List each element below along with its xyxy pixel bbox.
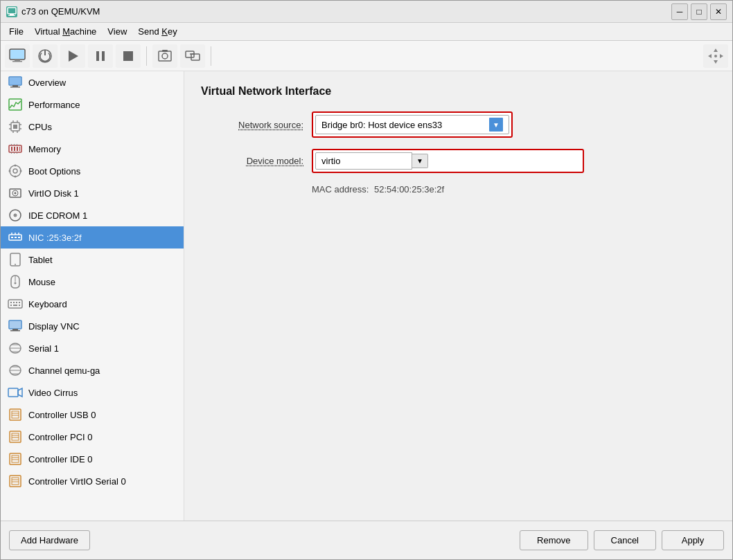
svg-rect-104: [12, 455, 19, 462]
menu-file[interactable]: File: [3, 25, 29, 38]
controller-usb-icon: [8, 407, 23, 422]
svg-rect-48: [14, 152, 15, 154]
controller-pci-icon: [8, 429, 23, 444]
svg-point-23: [714, 55, 717, 57]
network-source-dropdown-arrow[interactable]: ▼: [489, 118, 503, 132]
sidebar-item-keyboard[interactable]: Keyboard: [1, 293, 184, 315]
sidebar-item-boot-options-label: Boot Options: [28, 166, 80, 177]
svg-rect-82: [10, 321, 21, 328]
remove-button[interactable]: Remove: [520, 530, 588, 550]
add-hardware-button[interactable]: Add Hardware: [9, 530, 90, 550]
sidebar-item-overview[interactable]: Overview: [1, 71, 184, 93]
sidebar-item-video-cirrus[interactable]: Video Cirrus: [1, 381, 184, 404]
svg-rect-108: [12, 478, 19, 485]
device-model-dropdown-button[interactable]: ▼: [412, 154, 428, 168]
nic-icon: [8, 230, 23, 245]
virtio-disk-icon: [8, 186, 23, 201]
svg-rect-11: [102, 51, 105, 61]
svg-rect-83: [12, 329, 18, 330]
svg-rect-25: [10, 78, 21, 84]
sidebar-item-controller-usb[interactable]: Controller USB 0: [1, 404, 184, 426]
sidebar-item-mouse[interactable]: Mouse: [1, 271, 184, 293]
network-source-value: Bridge br0: Host device ens33: [321, 120, 489, 130]
svg-point-58: [15, 192, 17, 195]
svg-marker-94: [18, 388, 22, 397]
sidebar-item-controller-pci[interactable]: Controller PCI 0: [1, 426, 184, 448]
sidebar-item-ide-cdrom[interactable]: IDE CDROM 1: [1, 204, 184, 226]
minimize-button[interactable]: ─: [671, 3, 688, 20]
remove-label: Remove: [537, 535, 570, 545]
svg-point-14: [162, 53, 168, 59]
maximize-button[interactable]: □: [691, 3, 707, 20]
svg-rect-100: [12, 433, 19, 440]
svg-rect-47: [11, 152, 12, 154]
network-source-select[interactable]: Bridge br0: Host device ens33 ▼: [315, 115, 509, 134]
toolbar-move-button[interactable]: [703, 44, 728, 68]
serial-icon: [8, 341, 23, 356]
sidebar-item-display-vnc[interactable]: Display VNC: [1, 315, 184, 337]
sidebar-item-video-cirrus-label: Video Cirrus: [28, 388, 78, 398]
sidebar-item-cpus[interactable]: CPUs: [1, 116, 184, 138]
svg-rect-44: [11, 144, 12, 145]
sidebar-item-channel-qemu-ga[interactable]: Channel qemu-ga: [1, 359, 184, 381]
svg-rect-63: [11, 237, 13, 238]
content-title: Virtual Network Interface: [201, 85, 716, 98]
sidebar-item-controller-ide[interactable]: Controller IDE 0: [1, 448, 184, 470]
menu-virtual-machine[interactable]: Virtual Machine: [29, 25, 102, 38]
sidebar-item-serial-1[interactable]: Serial 1: [1, 337, 184, 359]
window-icon: [6, 6, 17, 17]
cancel-button[interactable]: Cancel: [594, 530, 656, 550]
svg-point-52: [15, 165, 17, 167]
sidebar-item-display-vnc-label: Display VNC: [28, 321, 80, 332]
memory-icon: [8, 141, 23, 156]
svg-rect-74: [10, 302, 12, 303]
apply-button[interactable]: Apply: [662, 530, 724, 550]
sidebar-item-boot-options[interactable]: Boot Options: [1, 160, 184, 182]
mac-address-label: MAC address:: [312, 184, 369, 195]
sidebar-item-performance[interactable]: Performance: [1, 93, 184, 116]
toolbar-power-button[interactable]: [33, 44, 58, 68]
toolbar-pause-button[interactable]: [88, 44, 113, 68]
sidebar-item-virtio-disk[interactable]: VirtIO Disk 1: [1, 182, 184, 204]
toolbar-snapshot-button[interactable]: [152, 44, 177, 68]
sidebar-item-ide-cdrom-label: IDE CDROM 1: [28, 210, 87, 221]
svg-rect-64: [15, 237, 17, 238]
svg-marker-19: [714, 48, 718, 52]
network-source-row: Network source: Bridge br0: Host device …: [201, 111, 716, 138]
svg-rect-93: [8, 388, 18, 397]
sidebar-item-memory[interactable]: Memory: [1, 138, 184, 160]
title-bar: c73 on QEMU/KVM ─ □ ✕: [1, 1, 732, 23]
toolbar-separator-1: [146, 46, 147, 66]
cancel-label: Cancel: [611, 535, 639, 545]
svg-rect-43: [19, 147, 20, 151]
sidebar-item-controller-virtio-serial[interactable]: Controller VirtIO Serial 0: [1, 470, 184, 492]
svg-rect-0: [8, 8, 16, 14]
ide-cdrom-icon: [8, 208, 23, 223]
mouse-icon: [8, 274, 23, 289]
content-area: Virtual Network Interface Network source…: [184, 71, 732, 521]
sidebar-item-controller-pci-label: Controller PCI 0: [28, 432, 92, 442]
device-model-label: Device model:: [201, 156, 312, 166]
toolbar-stop-button[interactable]: [116, 44, 141, 68]
svg-marker-20: [714, 60, 718, 64]
svg-marker-21: [708, 54, 712, 58]
sidebar-item-virtio-disk-label: VirtIO Disk 1: [28, 188, 79, 199]
menu-send-key[interactable]: Send Key: [132, 25, 182, 38]
svg-marker-9: [69, 51, 78, 62]
svg-rect-26: [12, 85, 18, 87]
overview-icon: [8, 75, 23, 90]
menu-view[interactable]: View: [102, 25, 132, 38]
svg-point-54: [9, 170, 11, 172]
close-button[interactable]: ✕: [710, 3, 727, 20]
svg-rect-96: [12, 411, 19, 418]
sidebar-item-nic[interactable]: NIC :25:3e:2f: [1, 226, 184, 249]
toolbar-play-button[interactable]: [60, 44, 85, 68]
svg-rect-75: [13, 302, 15, 303]
toolbar-migrate-button[interactable]: [180, 44, 205, 68]
apply-label: Apply: [682, 535, 705, 545]
sidebar-item-tablet[interactable]: Tablet: [1, 249, 184, 271]
sidebar-item-cpus-label: CPUs: [28, 122, 52, 132]
sidebar: Overview Performance: [1, 71, 184, 521]
svg-rect-12: [123, 51, 133, 61]
toolbar-monitor-button[interactable]: [5, 44, 30, 68]
